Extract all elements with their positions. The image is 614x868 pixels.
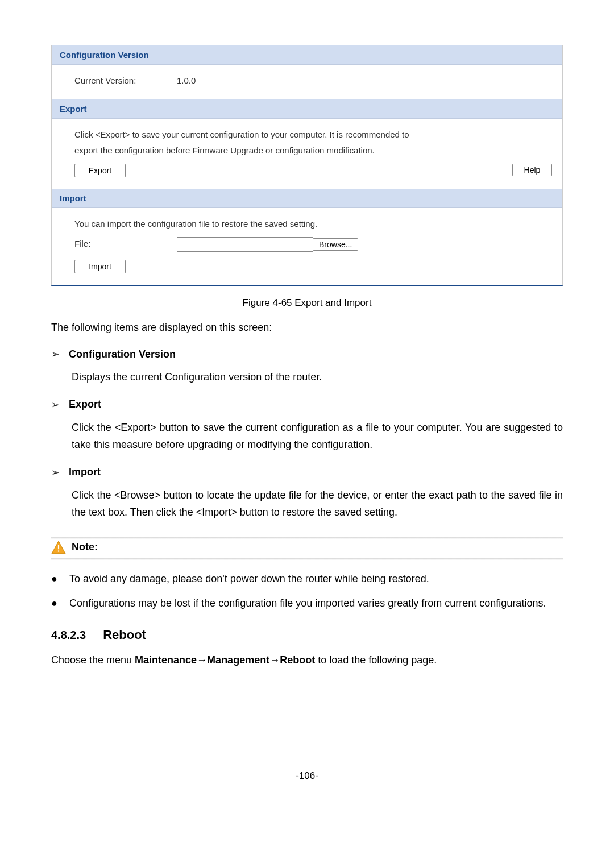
browse-button[interactable]: Browse... [313,238,358,251]
note-bullet-2: Configurations may be lost if the config… [69,595,546,612]
item-desc-config-version: Displays the current Configuration versi… [72,368,563,386]
section-header-config-version: Configuration Version [52,45,562,65]
page-number: -106- [51,770,563,782]
section-header-import: Import [52,189,562,208]
section-body-config-version: Current Version: 1.0.0 [52,65,562,99]
export-button[interactable]: Export [74,164,126,177]
section-number: 4.8.2.3 [51,629,86,642]
item-heading-import: ➢ Import [51,466,563,479]
item-heading-config-version: ➢ Configuration Version [51,348,563,360]
arrow-icon: ➢ [51,398,60,411]
arrow-icon: ➢ [51,466,60,479]
note-label: Note: [72,541,98,553]
item-heading-export: ➢ Export [51,398,563,411]
import-description: You can import the configuration file to… [74,216,549,232]
item-title: Configuration Version [69,348,176,360]
current-version-value: 1.0.0 [177,73,196,89]
current-version-label: Current Version: [74,73,177,89]
intro-text: The following items are displayed on thi… [51,320,563,335]
export-description: Click <Export> to save your current conf… [74,127,427,159]
config-panel: Configuration Version Current Version: 1… [51,45,563,286]
figure-caption: Figure 4-65 Export and Import [51,297,563,309]
svg-rect-1 [58,545,59,550]
bullet-icon: ● [51,570,57,588]
file-label: File: [74,236,90,252]
reboot-heading: 4.8.2.3 Reboot [51,628,563,642]
import-button[interactable]: Import [74,260,126,273]
item-desc-import: Click the <Browse> button to locate the … [72,487,563,521]
section-title: Reboot [103,628,146,642]
section-body-export: Click <Export> to save your current conf… [52,119,562,189]
item-title: Export [69,398,101,410]
reboot-text: Choose the menu Maintenance→Management→R… [51,653,563,668]
section-body-import: You can import the configuration file to… [52,208,562,285]
arrow-icon: ➢ [51,348,60,360]
file-path-input[interactable] [177,237,313,252]
note-bullets: ● To avoid any damage, please don't powe… [51,570,563,612]
help-button[interactable]: Help [512,164,552,176]
svg-rect-2 [58,550,59,551]
note-bullet-1: To avoid any damage, please don't power … [69,570,429,588]
item-desc-export: Click the <Export> button to save the cu… [72,419,563,454]
item-title: Import [69,466,101,478]
bullet-icon: ● [51,595,57,612]
section-header-export: Export [52,99,562,119]
warning-icon [51,541,66,554]
